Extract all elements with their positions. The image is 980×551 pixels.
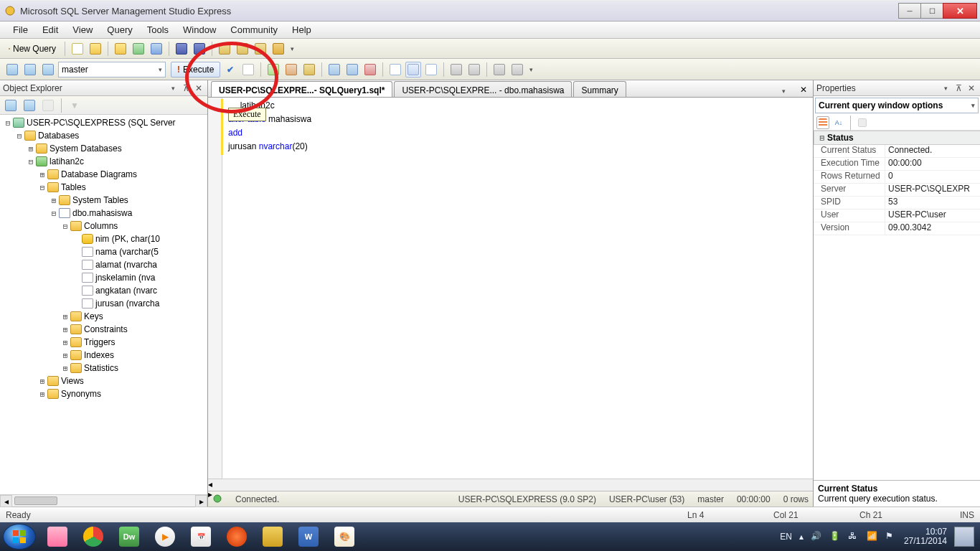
taskbar-ssms[interactable] [255,524,290,550]
sql-editor[interactable]: Execute latihan2c alter table mahasiswa … [208,98,813,479]
taskbar-explorer[interactable] [40,524,75,550]
panel-pin-icon[interactable]: ⊼ [953,83,964,94]
menu-file[interactable]: File [6,22,35,37]
tree-item[interactable]: ⊞Indexes [3,349,207,362]
sql-text[interactable]: latihan2c alter table mahasiswa add juru… [228,98,813,154]
tb-results-text-icon[interactable] [387,62,403,77]
expand-toggle[interactable]: ⊞ [37,390,47,399]
tree-item[interactable]: ⊞System Tables [3,194,207,207]
explorer-stop-icon[interactable] [40,98,56,113]
tb-disconnect-icon[interactable] [22,62,38,77]
network-icon[interactable]: 🖧 [848,531,859,542]
property-row[interactable]: ServerUSER-PC\SQLEXPR [814,184,980,197]
tb-comment-icon[interactable] [448,62,464,77]
scroll-right-icon[interactable]: ▸ [195,495,207,507]
tab-close-icon[interactable]: ✕ [794,83,813,97]
tab-summary[interactable]: Summary [573,81,626,97]
expand-toggle[interactable]: ⊞ [37,377,47,386]
tb-design-icon[interactable] [301,62,317,77]
tree-item[interactable]: alamat (nvarcha [3,258,207,271]
tb-outdent-icon[interactable] [509,62,525,77]
tb-new-icon[interactable] [70,41,85,57]
taskbar-word[interactable]: W [291,524,326,550]
tb-options-icon[interactable] [270,41,286,57]
panel-menu-icon[interactable]: ▾ [167,83,179,94]
expand-toggle[interactable]: ⊞ [60,351,70,360]
tb-uncomment-icon[interactable] [466,62,482,77]
tb-indent-icon[interactable] [491,62,507,77]
scroll-thumb[interactable] [14,496,57,505]
action-center-icon[interactable]: ⚑ [885,531,897,542]
tb-sqlcmd-icon[interactable] [362,62,378,77]
tab-active-query[interactable]: USER-PC\SQLEXPRE...- SQLQuery1.sql* [211,81,392,97]
tree-item[interactable]: ⊟dbo.mahasiswa [3,207,207,220]
tb-include-plan-icon[interactable] [326,62,342,77]
cancel-query-icon[interactable] [240,62,256,77]
taskbar-clock[interactable]: 10:07 27/11/2014 [904,527,947,546]
expand-toggle[interactable]: ⊞ [26,144,36,154]
scroll-left-icon[interactable]: ◂ [208,479,813,489]
taskbar-calendar[interactable]: 📅 [184,524,218,550]
panel-menu-icon[interactable]: ▾ [940,83,951,94]
property-row[interactable]: Rows Returned0 [814,171,980,184]
expand-toggle[interactable]: ⊞ [60,338,70,347]
tb-results-file-icon[interactable] [423,62,439,77]
collapse-toggle[interactable]: ⊟ [817,133,827,143]
tb-change-connection-icon[interactable] [40,62,56,77]
taskbar-dreamweaver[interactable]: Dw [112,524,146,550]
panel-pin-icon[interactable]: ⊼ [180,83,192,94]
menu-view[interactable]: View [65,22,100,37]
expand-toggle[interactable]: ⊞ [49,196,59,205]
user-avatar-icon[interactable] [954,527,974,547]
tree-item[interactable]: ⊞System Databases [3,142,207,155]
tb-properties-icon[interactable] [253,41,268,57]
tree-item[interactable]: ⊞Keys [3,310,207,323]
tb-object-explorer-icon[interactable] [149,41,164,57]
menu-community[interactable]: Community [223,22,285,37]
taskbar-paint[interactable]: 🎨 [327,524,362,550]
taskbar-chrome[interactable] [76,524,110,550]
scroll-left-icon[interactable]: ◂ [0,495,12,507]
toolbar2-overflow-icon[interactable]: ▾ [527,66,535,73]
tree-item[interactable]: nim (PK, char(10 [3,232,207,245]
property-row[interactable]: Version09.00.3042 [814,222,980,235]
expand-toggle[interactable]: ⊞ [37,170,47,179]
sort-categorized-icon[interactable] [816,116,829,129]
tree-item[interactable]: ⊞Triggers [3,336,207,349]
category-status[interactable]: ⊟ Status [814,131,980,145]
tree-item[interactable]: jurusan (nvarcha [3,297,207,310]
tree-item[interactable]: jnskelamin (nva [3,271,207,284]
tb-open-icon[interactable] [88,41,103,57]
tb-open-project-icon[interactable] [113,41,128,57]
expand-toggle[interactable]: ⊟ [37,183,47,192]
tree-item[interactable]: ⊞Database Diagrams [3,168,207,181]
tree-item[interactable]: nama (varchar(5 [3,245,207,258]
tb-client-stats-icon[interactable] [344,62,360,77]
tree-item[interactable]: ⊟Columns [3,220,207,232]
lang-indicator[interactable]: EN [780,532,792,542]
property-row[interactable]: SPID53 [814,197,980,209]
menu-query[interactable]: Query [100,22,139,37]
explorer-filter-icon[interactable]: ▼ [67,98,83,113]
tb-save-icon[interactable] [174,41,189,57]
minimize-button[interactable]: ─ [898,3,921,19]
panel-close-icon[interactable]: ✕ [193,83,204,94]
properties-object-selector[interactable]: Current query window options ▾ [815,98,979,113]
property-row[interactable]: Execution Time00:00:00 [814,158,980,171]
sort-alpha-icon[interactable]: A↓ [832,116,845,129]
tree-item[interactable]: ⊞Statistics [3,362,207,375]
property-row[interactable]: UserUSER-PC\user [814,209,980,222]
menu-edit[interactable]: Edit [35,22,65,37]
volume-icon[interactable]: 🔊 [811,531,822,542]
start-button[interactable] [3,524,36,550]
tree-item[interactable]: ⊟Databases [3,129,207,142]
expand-toggle[interactable]: ⊞ [60,364,70,373]
property-pages-icon[interactable] [856,116,869,129]
taskbar-daemon[interactable] [220,524,254,550]
tab-table[interactable]: USER-PC\SQLEXPRE... - dbo.mahasiswa [394,81,572,97]
explorer-disconnect-icon[interactable] [22,98,37,113]
menu-help[interactable]: Help [285,22,319,37]
explorer-connect-icon[interactable] [3,98,19,113]
expand-toggle[interactable]: ⊞ [60,325,70,334]
taskbar-mediaplayer[interactable]: ▶ [148,524,182,550]
